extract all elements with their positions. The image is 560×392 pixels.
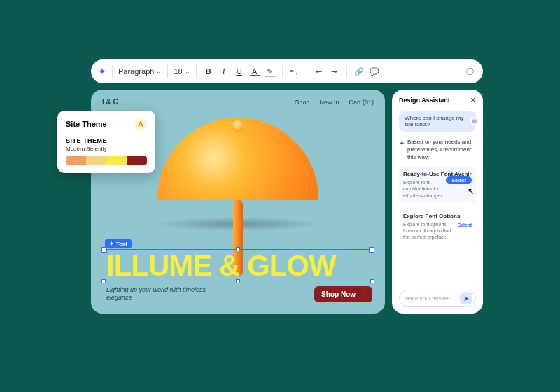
bold-button[interactable]: B (202, 67, 215, 76)
ai-sparkle-icon[interactable]: ✦ (98, 66, 106, 77)
formatting-toolbar: ✦ Paragraph ⌄ 18 ⌄ B I U A ✎ ≡⌄ ⇤ ⇥ 🔗 💬 … (91, 59, 483, 83)
swatch-3[interactable] (106, 156, 127, 164)
rec1-select-button[interactable]: Select (446, 176, 472, 184)
sparkle-icon: ✦ (399, 139, 405, 161)
align-dropdown[interactable]: ≡⌄ (288, 67, 301, 76)
assistant-title: Design Assistant (399, 97, 450, 104)
close-icon[interactable]: ✕ (470, 97, 476, 104)
text-element-badge[interactable]: ✦ Text (105, 239, 132, 248)
theme-font-icon: A (134, 118, 147, 130)
highlight-button[interactable]: ✎ (264, 67, 276, 76)
paragraph-style-label: Paragraph (118, 67, 154, 76)
site-theme-label: SITE THEME (66, 137, 147, 144)
user-avatar: M (470, 117, 479, 125)
shop-now-button[interactable]: Shop Now → (314, 286, 372, 302)
hero-tagline: Lighting up your world with timeless ele… (106, 286, 218, 302)
info-button[interactable]: ⓘ (463, 66, 476, 77)
nav-new-in[interactable]: New In (319, 99, 339, 106)
rec2-desc: Explore font options from our library to… (403, 221, 452, 240)
site-theme-name: Modern Serenity (66, 146, 147, 152)
rec2-title: Explore Font Options (403, 213, 472, 219)
text-color-button[interactable]: A (248, 67, 261, 76)
user-message: Where can I change my site fonts? M (399, 111, 476, 132)
rec1-desc: Explore font combinations for effortless… (403, 179, 452, 198)
hero-title[interactable]: ILLUME & GLOW (106, 249, 336, 283)
arrow-right-icon: → (358, 290, 365, 298)
send-button[interactable]: ➤ (460, 292, 472, 304)
swatch-1[interactable] (66, 156, 86, 164)
indent-button[interactable]: ⇥ (328, 67, 341, 76)
recommendation-card-2[interactable]: Explore Font Options Explore font option… (399, 209, 476, 244)
shop-now-label: Shop Now (321, 290, 356, 298)
preview-header: I & G Shop New In Cart (01) (102, 98, 374, 106)
hero-lamp-image (147, 118, 329, 258)
swatch-4[interactable] (127, 156, 147, 164)
composer-placeholder: Write your answer (405, 295, 450, 302)
assistant-intro: ✦ Based on your needs and preferences, I… (399, 139, 476, 161)
comment-button[interactable]: 💬 (368, 67, 381, 76)
site-logo: I & G (102, 98, 118, 106)
text-badge-label: Text (116, 241, 127, 247)
font-size-value: 18 (174, 67, 182, 76)
font-size-dropdown[interactable]: 18 ⌄ (174, 67, 190, 76)
recommendation-card-1[interactable]: Ready-to-Use Font Avenir Explore font co… (399, 167, 476, 202)
assistant-intro-text: Based on your needs and preferences, I r… (407, 139, 476, 161)
outdent-button[interactable]: ⇤ (313, 67, 326, 76)
site-theme-title: Site Theme (66, 120, 107, 128)
nav-cart[interactable]: Cart (01) (349, 99, 374, 106)
nav-shop[interactable]: Shop (295, 99, 309, 106)
underline-button[interactable]: U (233, 67, 246, 76)
swatch-2[interactable] (86, 156, 106, 164)
design-assistant-panel: Design Assistant ✕ Where can I change my… (392, 90, 483, 314)
theme-swatches (66, 156, 147, 164)
text-icon: ✦ (109, 241, 114, 247)
paragraph-style-dropdown[interactable]: Paragraph ⌄ (118, 67, 162, 76)
site-theme-card[interactable]: Site Theme A SITE THEME Modern Serenity (57, 111, 155, 173)
rec2-select-link[interactable]: Select (457, 223, 472, 227)
user-message-text: Where can I change my site fonts? (405, 115, 463, 127)
chevron-down-icon: ⌄ (185, 68, 190, 75)
cursor-pointer-icon: ↖ (468, 186, 475, 196)
assistant-composer[interactable]: Write your answer ➤ (399, 290, 476, 307)
italic-button[interactable]: I (218, 67, 230, 76)
link-button[interactable]: 🔗 (353, 67, 365, 76)
chevron-down-icon: ⌄ (156, 68, 162, 75)
